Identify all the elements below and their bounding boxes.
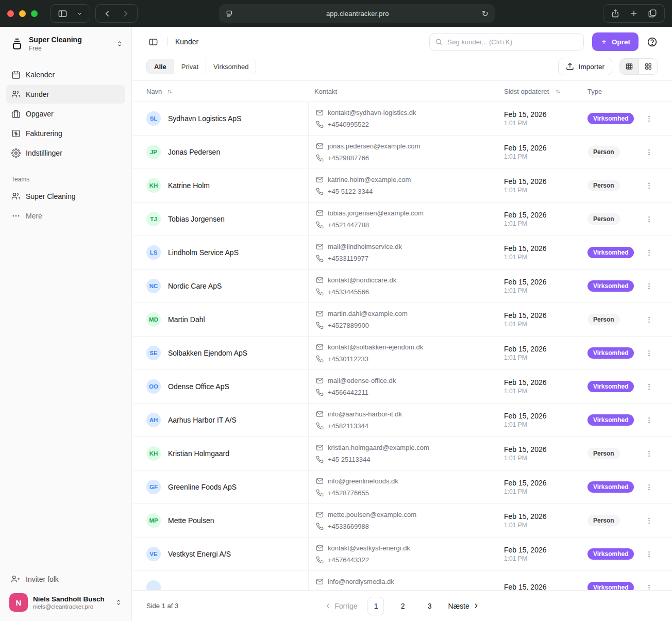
row-menu-button[interactable]: [642, 346, 656, 360]
table-view-icon[interactable]: [620, 59, 639, 74]
kebab-icon: [645, 383, 653, 391]
previous-page-button[interactable]: Forrige: [325, 602, 357, 610]
avatar: SL: [146, 111, 161, 126]
import-button[interactable]: Importer: [558, 58, 612, 75]
sidebar-item-indstillinger[interactable]: Indstillinger: [6, 144, 125, 162]
row-menu-button[interactable]: [642, 212, 656, 226]
reload-icon[interactable]: ↻: [482, 9, 489, 19]
row-menu-button[interactable]: [642, 246, 656, 260]
kebab-icon: [645, 316, 653, 324]
new-tab-icon[interactable]: [627, 7, 641, 20]
sort-icon[interactable]: ↑↓: [555, 88, 559, 95]
table-row[interactable]: TJ Tobias Jorgensen tobias.jorgensen@exa…: [132, 203, 672, 236]
updated-time: 1:01 PM: [504, 555, 587, 562]
create-customer-button[interactable]: Opret: [592, 32, 639, 51]
kebab-icon: [645, 282, 653, 290]
phone-icon: [316, 489, 324, 497]
close-window-button[interactable]: [7, 10, 14, 17]
tab-virksomhed[interactable]: Virksomhed: [206, 59, 256, 74]
browser-sidebar-icon[interactable]: [56, 7, 70, 21]
sidebar-item-team-super-cleaning[interactable]: Super Cleaning: [6, 187, 125, 206]
row-menu-button[interactable]: [642, 313, 656, 327]
updated-date: Feb 15, 2026: [504, 512, 587, 521]
sort-icon[interactable]: ↑↓: [167, 88, 171, 95]
customer-phone: +45 5122 3344: [328, 188, 373, 195]
view-toggle: [619, 58, 658, 75]
next-page-button[interactable]: Næste: [448, 602, 479, 610]
back-icon[interactable]: [101, 7, 114, 20]
table-row[interactable]: SL Sydhavn Logistics ApS kontakt@sydhavn…: [132, 102, 672, 136]
customer-email: mail@odense-office.dk: [328, 377, 396, 384]
sidebar-item-label: Indstillinger: [26, 149, 62, 157]
browser-chrome: app.cleantracker.pro ↻: [0, 0, 672, 27]
share-icon[interactable]: [609, 7, 622, 20]
row-menu-button[interactable]: [642, 380, 656, 394]
row-menu-button[interactable]: [642, 480, 656, 494]
mail-icon: [316, 176, 324, 183]
type-badge: Virksomhed: [587, 582, 634, 590]
help-icon[interactable]: [647, 37, 658, 47]
account-menu[interactable]: N Niels Sandholt Busch niels@cleantracke…: [6, 588, 125, 615]
row-menu-button[interactable]: [642, 413, 656, 427]
row-menu-button[interactable]: [642, 179, 656, 193]
table-row[interactable]: NC Nordic Care ApS kontakt@nordiccare.dk…: [132, 270, 672, 303]
forward-icon[interactable]: [119, 7, 132, 20]
mail-icon: [316, 310, 324, 317]
table-row[interactable]: GF Greenline Foods ApS info@greenlinefoo…: [132, 471, 672, 504]
page-button-2[interactable]: 2: [395, 597, 411, 615]
customer-name: Mette Poulsen: [168, 516, 214, 525]
row-menu-button[interactable]: [642, 581, 656, 591]
sidebar-item-label: Kunder: [26, 90, 49, 98]
search-input[interactable]: [429, 33, 584, 51]
card-view-icon[interactable]: [639, 59, 657, 74]
page-button-1[interactable]: 1: [368, 597, 384, 615]
table-row[interactable]: MD Martin Dahl martin.dahl@example.com +…: [132, 303, 672, 337]
address-bar[interactable]: app.cleantracker.pro ↻: [219, 4, 495, 23]
invite-people-label: Inviter folk: [26, 575, 59, 583]
table-row[interactable]: KH Katrine Holm katrine.holm@example.com…: [132, 169, 672, 203]
tab-privat[interactable]: Privat: [174, 59, 206, 74]
phone-icon: [316, 255, 324, 262]
tab-alle[interactable]: Alle: [147, 59, 174, 74]
row-menu-button[interactable]: [642, 112, 656, 126]
mail-icon: [316, 578, 324, 585]
row-menu-button[interactable]: [642, 547, 656, 561]
sidebar-item-label: Opgaver: [26, 110, 54, 118]
invite-people-button[interactable]: Inviter folk: [6, 570, 64, 588]
collapse-sidebar-icon[interactable]: [146, 35, 160, 49]
table-row[interactable]: SE Solbakken Ejendom ApS kontakt@solbakk…: [132, 337, 672, 370]
previous-page-label: Forrige: [334, 602, 357, 610]
customer-email: info@aarhus-harbor-it.dk: [328, 410, 402, 418]
sidebar-item-fakturering[interactable]: Fakturering: [6, 124, 125, 143]
workspace-switcher[interactable]: Super Cleaning Free: [0, 27, 131, 57]
page-button-3[interactable]: 3: [422, 597, 438, 615]
table-row[interactable]: KH Kristian Holmgaard kristian.holmgaard…: [132, 437, 672, 471]
workspace-plan: Free: [29, 45, 111, 52]
avatar: OO: [146, 379, 161, 394]
tab-overview-icon[interactable]: [646, 7, 659, 20]
chevron-right-icon: [473, 602, 479, 609]
customer-phone: +4527889900: [328, 322, 369, 329]
mail-icon: [316, 477, 324, 485]
chevron-down-icon[interactable]: [75, 9, 85, 19]
table-row[interactable]: LS Lindholm Service ApS mail@lindholmser…: [132, 236, 672, 270]
table-row[interactable]: AH Aarhus Harbor IT A/S info@aarhus-harb…: [132, 404, 672, 437]
row-menu-button[interactable]: [642, 279, 656, 293]
sidebar-item-kunder[interactable]: Kunder: [6, 85, 125, 104]
customer-name: Jonas Pedersen: [168, 148, 220, 156]
table-row[interactable]: JP Jonas Pedersen jonas.pedersen@example…: [132, 136, 672, 169]
minimize-window-button[interactable]: [19, 10, 26, 17]
table-row[interactable]: info@nordlysmedia.dk Feb 15, 2026 Virkso…: [132, 571, 672, 590]
zoom-window-button[interactable]: [31, 10, 38, 17]
row-menu-button[interactable]: [642, 447, 656, 461]
table-row[interactable]: VE Vestkyst Energi A/S kontakt@vestkyst-…: [132, 538, 672, 571]
sidebar-item-opgaver[interactable]: Opgaver: [6, 105, 125, 123]
type-badge: Virksomhed: [587, 381, 634, 392]
sidebar-item-more[interactable]: Mere: [6, 207, 125, 225]
table-row[interactable]: OO Odense Office ApS mail@odense-office.…: [132, 370, 672, 404]
sidebar-item-kalender[interactable]: Kalender: [6, 65, 125, 84]
row-menu-button[interactable]: [642, 145, 656, 159]
table-row[interactable]: MP Mette Poulsen mette.poulsen@example.c…: [132, 504, 672, 538]
row-menu-button[interactable]: [642, 514, 656, 528]
reader-mode-icon[interactable]: [225, 9, 233, 18]
